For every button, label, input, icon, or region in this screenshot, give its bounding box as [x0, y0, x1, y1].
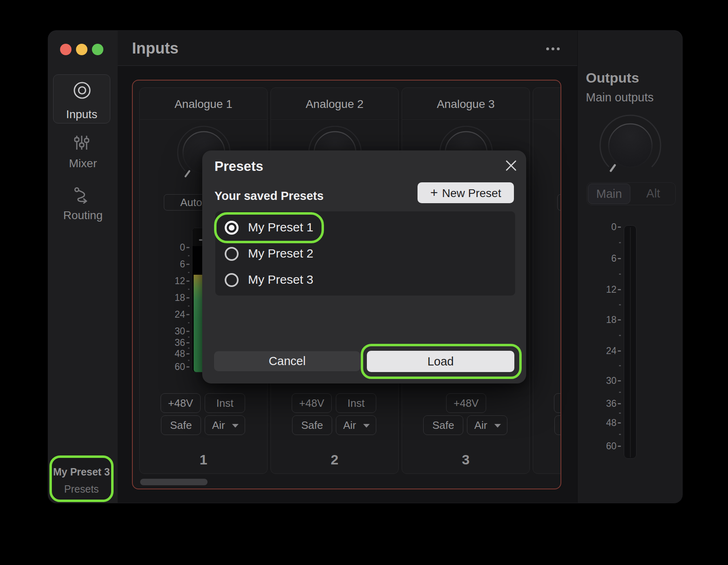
- channel-number: 3: [402, 452, 529, 468]
- sidebar: Inputs Mixer: [48, 31, 118, 503]
- phantom-power-button[interactable]: +48V: [446, 393, 486, 413]
- safe-button[interactable]: Safe: [161, 415, 201, 435]
- air-dropdown[interactable]: Air: [336, 415, 376, 435]
- main-header: Inputs: [118, 31, 577, 66]
- channel-number: 2: [271, 452, 398, 468]
- inst-button[interactable]: Inst: [205, 393, 245, 413]
- air-dropdown[interactable]: Air: [205, 415, 245, 435]
- plus-icon: +: [430, 185, 438, 200]
- phantom-power-button[interactable]: +48V: [292, 393, 332, 413]
- outputs-panel: Outputs Main outputs Main Alt 0612182430…: [577, 31, 682, 503]
- channel-header: Analogue 3: [402, 88, 529, 120]
- routing-path-icon: [73, 186, 90, 204]
- inputs-target-icon: [72, 81, 92, 100]
- preset-option-3[interactable]: My Preset 3: [215, 267, 515, 293]
- chevron-down-icon: [363, 424, 370, 428]
- channel-card-partial: [533, 87, 561, 474]
- traffic-close-button[interactable]: [60, 44, 71, 55]
- highlight-ring-load-button: [361, 344, 522, 379]
- cancel-button[interactable]: Cancel: [214, 351, 360, 371]
- chevron-down-icon: [494, 424, 501, 428]
- traffic-minimize-button[interactable]: [76, 44, 87, 55]
- more-menu-icon[interactable]: [546, 47, 560, 50]
- sidebar-item-label: Inputs: [54, 108, 110, 121]
- phantom-power-button[interactable]: +48V: [161, 393, 201, 413]
- channel-name: Analogue 3: [402, 98, 529, 111]
- safe-button[interactable]: [554, 415, 561, 435]
- sidebar-item-label: Routing: [48, 209, 118, 222]
- highlight-ring-selected-preset: [214, 212, 324, 243]
- channel-header: [533, 88, 561, 120]
- channel-header: Analogue 2: [271, 88, 398, 120]
- new-preset-button[interactable]: +New Preset: [418, 182, 514, 203]
- preset-option-2[interactable]: My Preset 2: [215, 241, 515, 267]
- safe-button[interactable]: Safe: [423, 415, 463, 435]
- inst-button[interactable]: Inst: [336, 393, 376, 413]
- radio-icon[interactable]: [225, 247, 239, 261]
- saved-presets-heading: Your saved Presets: [214, 189, 324, 203]
- phantom-power-button[interactable]: [554, 393, 561, 413]
- page-title: Inputs: [132, 31, 179, 66]
- current-preset-badge[interactable]: My Preset 3 Presets: [49, 455, 114, 502]
- safe-button[interactable]: Safe: [292, 415, 332, 435]
- current-preset-name: My Preset 3: [52, 466, 111, 478]
- auto-gain-button[interactable]: [557, 194, 561, 211]
- current-preset-caption: Presets: [52, 483, 111, 495]
- traffic-zoom-button[interactable]: [92, 44, 103, 55]
- presets-dialog: Presets Your saved Presets +New Preset M…: [202, 150, 526, 383]
- channel-name: Analogue 2: [271, 98, 398, 111]
- chevron-down-icon: [232, 424, 239, 428]
- sidebar-item-inputs[interactable]: Inputs: [53, 74, 110, 123]
- horizontal-scrollbar[interactable]: [140, 479, 208, 485]
- channel-number: 1: [140, 452, 267, 468]
- air-dropdown[interactable]: Air: [467, 415, 507, 435]
- sidebar-item-label: Mixer: [48, 157, 118, 170]
- radio-icon[interactable]: [225, 273, 239, 287]
- output-level-meter: [624, 225, 636, 459]
- dialog-title: Presets: [214, 159, 263, 174]
- mixer-faders-icon: [74, 135, 90, 151]
- close-icon[interactable]: [505, 159, 517, 172]
